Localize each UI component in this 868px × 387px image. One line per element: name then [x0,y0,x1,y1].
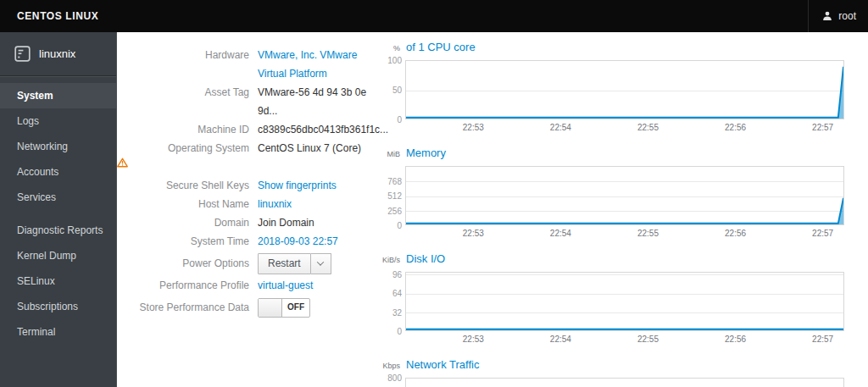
chart-title-memory: MiBMemory [373,147,849,159]
sidebar-item-selinux[interactable]: SELinux [0,268,116,294]
power-options-button-group: Restart [258,253,331,274]
sidebar-item-services[interactable]: Services [0,185,116,210]
info-link-host-name[interactable]: linuxnix [258,195,292,213]
chart-series-network-traffic [406,379,843,387]
chart-series-memory-used [406,167,843,224]
sidebar-item-terminal[interactable]: Terminal [0,319,116,345]
info-value: VMware-56 4d 94 3b 0e 9d... [258,83,373,120]
store-performance-data-toggle[interactable]: OFF [258,298,310,318]
sidebar-item-kernel-dump[interactable]: Kernel Dump [0,243,116,268]
chart-title-cpu: %of 1 CPU core [373,41,849,53]
sidebar-item-logs[interactable]: Logs [0,108,116,134]
restart-button[interactable]: Restart [258,253,311,274]
info-label: Asset Tag [117,83,253,102]
info-link-performance-profile[interactable]: virtual-guest [258,276,313,295]
sidebar-item-diagnostic-reports[interactable]: Diagnostic Reports [0,218,116,243]
x-tick-label: 22:55 [637,229,659,238]
chart-disk: KiB/sDisk I/O032649622:5322:5422:5522:56… [373,252,849,345]
y-tick-label: 32 [374,309,402,318]
brand-title: CENTOS LINUX [0,10,98,22]
info-label: Domain [117,213,253,232]
chart-title-link-disk[interactable]: Disk I/O [406,252,445,265]
power-options-dropdown-button[interactable] [311,253,331,274]
info-row-domain: DomainJoin Domain [117,213,373,232]
y-tick-label: 64 [374,290,402,298]
x-tick-label: 22:57 [812,123,833,132]
y-tick-label: 100 [374,57,402,65]
chart-plot-memory: 0256512768 [405,166,844,225]
chart-series-disk-io [406,273,843,330]
info-row-secure-shell-keys: Secure Shell KeysShow fingerprints [117,176,373,195]
toggle-knob [259,299,282,317]
chart-plot-cpu: 050100 [405,60,844,119]
y-tick-label: 0 [374,222,402,230]
info-label: Operating System [117,139,253,158]
chart-cpu: %of 1 CPU core05010022:5322:5422:5522:56… [373,41,849,133]
toggle-state-label: OFF [282,299,309,317]
chart-network: KbpsNetwork Traffic80022:5322:5422:5522:… [373,358,849,387]
info-value: CentOS Linux 7 (Core) [258,139,361,158]
x-tick-label: 22:54 [550,229,571,238]
host-icon [14,46,31,62]
y-tick-label: 768 [374,178,402,186]
info-link-system-time[interactable]: 2018-09-03 22:57 [258,232,338,251]
y-tick-label: 50 [374,86,402,95]
x-tick-label: 22:56 [725,229,746,238]
info-label: Power Options [117,254,253,273]
y-tick-label: 96 [374,271,402,279]
chart-unit-label: MiB [373,150,400,158]
x-tick-label: 22:54 [550,123,571,132]
y-tick-label: 256 [374,207,402,216]
chart-title-link-memory[interactable]: Memory [406,147,446,159]
user-menu[interactable]: root [808,0,868,32]
info-link-domain[interactable]: Join Domain [258,213,314,232]
info-row-os-warning [117,158,373,176]
x-tick-label: 22:54 [550,334,571,344]
info-row-hardware: HardwareVMware, Inc. VMwareVirtual Platf… [117,46,373,83]
y-tick-label: 0 [374,116,402,124]
x-tick-label: 22:57 [812,229,833,238]
info-label: Hardware [117,46,253,64]
sidebar-divider [0,76,116,77]
info-label: Secure Shell Keys [117,176,253,195]
info-link-secure-shell-keys[interactable]: Show fingerprints [258,176,337,195]
sidebar-item-system[interactable]: System [0,83,116,108]
host-name: linuxnix [39,47,75,60]
info-row-power-options: Power OptionsRestart [117,251,373,276]
topbar: CENTOS LINUX root [0,0,868,32]
sidebar-menu: SystemLogsNetworkingAccountsServicesDiag… [0,77,116,345]
x-tick-label: 22:57 [812,334,833,344]
user-icon [822,11,832,21]
warning-icon[interactable] [117,158,246,168]
cockpit-screen: CENTOS LINUX root linuxnix [0,0,868,387]
system-info-panel: HardwareVMware, Inc. VMwareVirtual Platf… [117,46,373,320]
sidebar-item-accounts[interactable]: Accounts [0,159,116,185]
info-label: Machine ID [117,120,253,139]
info-row-machine-id: Machine IDc8389c56dbc0413fb361f1c... [117,120,373,139]
info-label: System Time [117,232,253,251]
chart-title-link-cpu[interactable]: of 1 CPU core [406,41,476,53]
info-row-system-time: System Time2018-09-03 22:57 [117,232,373,251]
info-row-performance-profile: Performance Profilevirtual-guest [117,276,373,295]
sidebar-item-networking[interactable]: Networking [0,134,116,159]
x-tick-label: 22:53 [463,123,484,132]
chart-xticks-memory: 22:5322:5422:5522:5622:57 [405,225,844,239]
info-row-host-name: Host Namelinuxnix [117,195,373,213]
chart-unit-label: % [373,44,400,53]
x-tick-label: 22:53 [463,229,484,238]
info-label: Host Name [117,195,253,213]
chart-memory: MiBMemory025651276822:5322:5422:5522:562… [373,147,849,239]
chart-plot-disk: 0326496 [405,272,844,331]
host-selector[interactable]: linuxnix [0,32,116,76]
chevron-down-icon [317,258,324,265]
sidebar-item-subscriptions[interactable]: Subscriptions [0,294,116,319]
x-tick-label: 22:53 [463,334,484,344]
chart-plot-network: 800 [405,378,844,387]
y-tick-label: 800 [374,374,402,383]
user-name: root [838,10,856,22]
chart-title-link-network[interactable]: Network Traffic [406,358,479,371]
chart-xticks-cpu: 22:5322:5422:5522:5622:57 [405,119,844,133]
chart-unit-label: Kbps [373,362,400,370]
info-link-hardware[interactable]: VMware, Inc. VMwareVirtual Platform [258,46,357,83]
x-tick-label: 22:55 [637,334,659,344]
